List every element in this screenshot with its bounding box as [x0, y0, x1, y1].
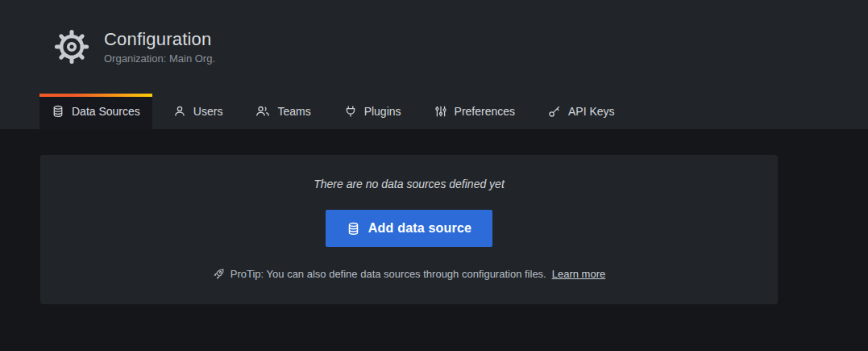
- user-icon: [173, 105, 186, 118]
- protip-text: ProTip: You can also define data sources…: [230, 268, 546, 280]
- protip: ProTip: You can also define data sources…: [213, 268, 605, 280]
- tab-label: Users: [193, 105, 223, 118]
- tab-teams[interactable]: Teams: [243, 94, 322, 129]
- plug-icon: [344, 105, 357, 118]
- rocket-icon: [213, 268, 225, 280]
- users-icon: [255, 105, 270, 118]
- database-icon: [347, 222, 360, 236]
- learn-more-link[interactable]: Learn more: [552, 268, 605, 280]
- page-header: Configuration Organization: Main Org.: [0, 0, 868, 94]
- tab-label: Data Sources: [72, 105, 140, 118]
- content-canvas: There are no data sources defined yet Ad…: [0, 155, 868, 351]
- database-icon: [52, 105, 64, 118]
- tab-bar: Data Sources Users Teams: [0, 94, 868, 129]
- tab-api-keys[interactable]: API Keys: [536, 94, 627, 129]
- tab-label: Plugins: [364, 105, 401, 118]
- empty-state-message: There are no data sources defined yet: [314, 178, 505, 190]
- header-text: Configuration Organization: Main Org.: [104, 29, 215, 65]
- page-title: Configuration: [104, 29, 215, 50]
- add-data-source-button[interactable]: Add data source: [326, 210, 492, 247]
- tab-users[interactable]: Users: [161, 94, 235, 129]
- sliders-icon: [434, 105, 447, 118]
- gear-icon: [53, 28, 90, 65]
- page-subtitle: Organization: Main Org.: [104, 52, 215, 65]
- tab-label: Teams: [277, 105, 310, 118]
- tab-plugins[interactable]: Plugins: [332, 94, 413, 129]
- tab-label: Preferences: [455, 105, 515, 118]
- tab-label: API Keys: [568, 105, 615, 118]
- data-sources-empty-panel: There are no data sources defined yet Ad…: [40, 155, 778, 304]
- tab-data-sources[interactable]: Data Sources: [39, 94, 152, 129]
- tab-preferences[interactable]: Preferences: [422, 94, 527, 129]
- key-icon: [548, 105, 561, 118]
- add-data-source-label: Add data source: [368, 221, 471, 236]
